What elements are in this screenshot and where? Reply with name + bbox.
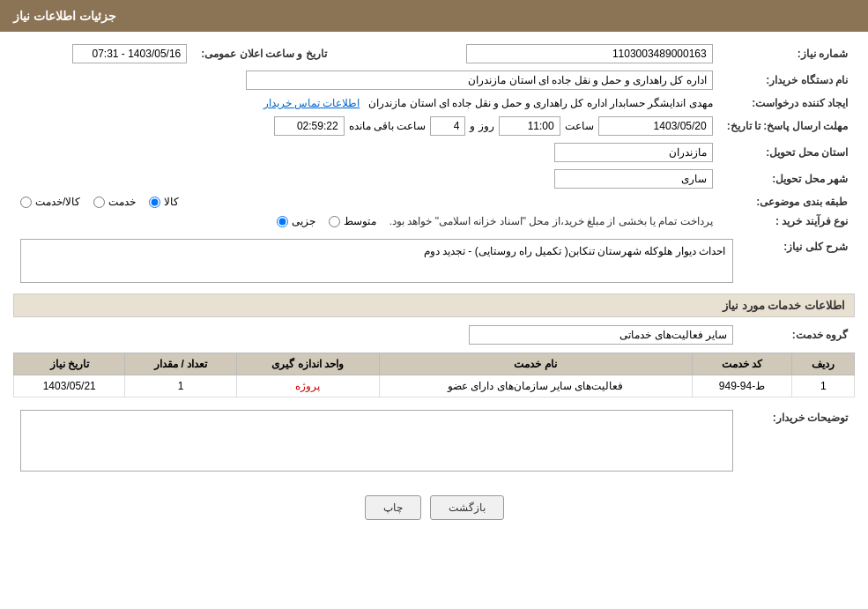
description-box: احداث دیوار هلوکله شهرستان تنکابن( تکمیل… — [20, 239, 733, 283]
description-cell: احداث دیوار هلوکله شهرستان تنکابن( تکمیل… — [13, 235, 740, 286]
description-table: شرح کلی نیاز: احداث دیوار هلوکله شهرستان… — [13, 235, 855, 286]
city-label: شهر محل تحویل: — [720, 166, 855, 192]
reply-date-input[interactable] — [598, 116, 713, 136]
notes-table: توضیحات خریدار: — [13, 406, 855, 478]
buyer-org-value — [13, 67, 720, 93]
buyer-notes-cell — [13, 406, 740, 478]
service-group-input[interactable] — [469, 325, 733, 345]
category-label: طبقه بندی موضوعی: — [720, 192, 855, 212]
buyer-org-label: نام دستگاه خریدار: — [720, 67, 855, 93]
reply-deadline-label: مهلت ارسال پاسخ: تا تاریخ: — [720, 113, 855, 139]
services-table: ردیف کد خدمت نام خدمت واحد اندازه گیری ت… — [13, 353, 855, 397]
creator-label: ایجاد کننده درخواست: — [720, 93, 855, 113]
buyer-org-input[interactable] — [246, 71, 713, 90]
reply-remaining-input[interactable] — [274, 116, 345, 136]
buyer-notes-textarea[interactable] — [20, 410, 733, 472]
col-date: تاریخ نیاز — [14, 353, 125, 375]
back-button[interactable]: بازگشت — [430, 495, 504, 520]
cell-row: 1 — [792, 375, 855, 397]
purchase-type-label: نوع فرآیند خرید : — [720, 212, 855, 231]
service-group-label: گروه خدمت: — [740, 322, 855, 348]
purchase-type-row: پرداخت تمام یا بخشی از مبلغ خرید،از محل … — [13, 212, 720, 231]
cell-unit: پروژه — [236, 375, 379, 397]
creator-contact-link[interactable]: اطلاعات تماس خریدار — [263, 97, 360, 109]
print-button[interactable]: چاپ — [365, 495, 421, 520]
category-option-khedmat[interactable]: خدمت — [93, 196, 136, 208]
need-number-label: شماره نیاز: — [720, 41, 855, 67]
public-date-value — [13, 41, 194, 67]
reply-remaining-label: ساعت باقی مانده — [349, 120, 427, 132]
cell-date: 1403/05/21 — [14, 375, 125, 397]
buyer-notes-label: توضیحات خریدار: — [740, 406, 855, 478]
city-value — [13, 166, 720, 192]
province-value — [13, 139, 720, 166]
province-label: استان محل تحویل: — [720, 139, 855, 166]
purchase-option-partial[interactable]: جزیی — [277, 215, 315, 227]
page-header: جزئیات اطلاعات نیاز — [0, 0, 868, 32]
col-name: نام خدمت — [379, 353, 692, 375]
category-options: کالا/خدمت خدمت کالا — [13, 192, 720, 212]
table-row: 1 ط-94-949 فعالیت‌های سایر سازمان‌های دا… — [14, 375, 855, 397]
creator-name: مهدی اندایشگر حسابدار اداره کل راهداری و… — [368, 97, 712, 109]
basic-info-table: شماره نیاز: تاریخ و ساعت اعلان عمومی: نا… — [13, 41, 855, 231]
creator-value: مهدی اندایشگر حسابدار اداره کل راهداری و… — [13, 93, 720, 113]
reply-days-label: روز و — [470, 120, 493, 132]
col-row: ردیف — [792, 353, 855, 375]
service-group-table: گروه خدمت: — [13, 322, 855, 348]
col-qty: تعداد / مقدار — [125, 353, 236, 375]
reply-deadline-row: ساعت روز و ساعت باقی مانده — [13, 113, 720, 139]
cell-name: فعالیت‌های سایر سازمان‌های دارای عضو — [379, 375, 692, 397]
city-input[interactable] — [554, 169, 713, 189]
page-container: جزئیات اطلاعات نیاز شماره نیاز: تاریخ و … — [0, 0, 868, 609]
description-text: احداث دیوار هلوکله شهرستان تنکابن( تکمیل… — [424, 245, 725, 257]
need-number-value — [353, 41, 720, 67]
category-option-kala[interactable]: کالا — [149, 196, 179, 208]
province-input[interactable] — [554, 143, 713, 162]
services-section-title: اطلاعات خدمات مورد نیاز — [13, 293, 855, 317]
service-group-value — [13, 322, 740, 348]
category-option-kala-khedmat[interactable]: کالا/خدمت — [20, 196, 80, 208]
purchase-note: پرداخت تمام یا بخشی از مبلغ خرید،از محل … — [389, 215, 713, 227]
col-unit: واحد اندازه گیری — [236, 353, 379, 375]
need-number-input[interactable] — [466, 44, 713, 63]
col-code: کد خدمت — [692, 353, 792, 375]
purchase-option-medium[interactable]: متوسط — [329, 215, 376, 227]
public-date-input[interactable] — [72, 44, 187, 63]
reply-time-input[interactable] — [499, 116, 560, 136]
reply-days-input[interactable] — [430, 116, 465, 136]
button-area: بازگشت چاپ — [13, 482, 855, 533]
public-date-label: تاریخ و ساعت اعلان عمومی: — [194, 41, 352, 67]
description-label: شرح کلی نیاز: — [740, 235, 855, 286]
cell-qty: 1 — [125, 375, 236, 397]
main-content: شماره نیاز: تاریخ و ساعت اعلان عمومی: نا… — [0, 32, 868, 542]
reply-time-label: ساعت — [565, 120, 594, 132]
cell-code: ط-94-949 — [692, 375, 792, 397]
page-title: جزئیات اطلاعات نیاز — [13, 9, 116, 23]
